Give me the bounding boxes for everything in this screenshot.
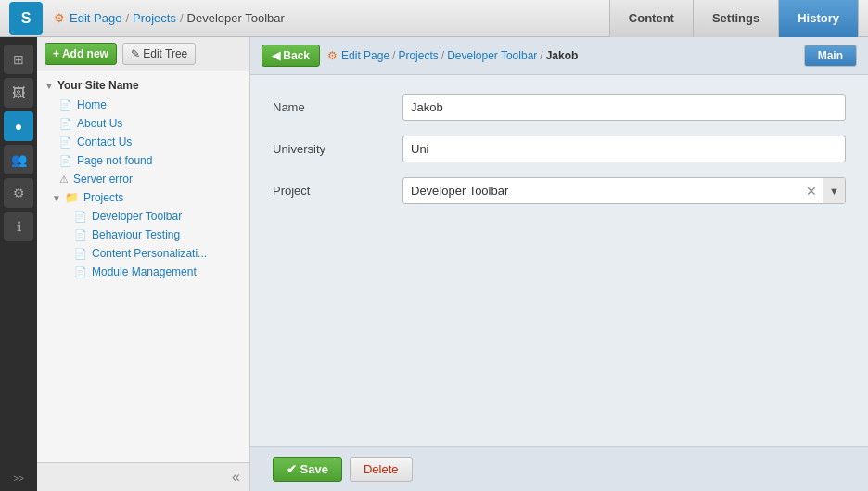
icon-bar-btn-image[interactable]: 🖼 bbox=[4, 78, 33, 108]
site-name: Your Site Name bbox=[57, 79, 139, 92]
icon-bar-btn-circle[interactable]: ● bbox=[4, 111, 33, 141]
icon-bar-expand[interactable]: >> bbox=[4, 469, 33, 487]
university-input[interactable] bbox=[402, 136, 846, 162]
tree-root: ▼ Your Site Name bbox=[37, 75, 249, 96]
folder-label: Projects bbox=[83, 191, 123, 204]
tab-group: Content Settings History bbox=[609, 0, 859, 37]
tree-item-content-pers[interactable]: 📄 Content Personalizati... bbox=[37, 244, 249, 263]
tree-item-about[interactable]: 📄 About Us bbox=[37, 114, 249, 133]
tree-panel: + Add new ✎ Edit Tree ▼ Your Site Name 📄… bbox=[37, 37, 250, 491]
content-header-left: ◀ Back ⚙ Edit Page / Projects / Develope… bbox=[262, 45, 578, 67]
gear-icon: ⚙ bbox=[327, 49, 338, 62]
main-tab-button[interactable]: Main bbox=[804, 45, 857, 67]
icon-bar-btn-gear[interactable]: ⚙ bbox=[4, 178, 33, 208]
root-toggle[interactable]: ▼ bbox=[45, 81, 54, 91]
name-label: Name bbox=[273, 100, 402, 114]
project-dropdown-arrow[interactable]: ▼ bbox=[823, 178, 845, 203]
tree-item-label: Server error bbox=[73, 173, 133, 186]
icon-bar-btn-grid[interactable]: ⊞ bbox=[4, 45, 33, 74]
content-area: ◀ Back ⚙ Edit Page / Projects / Develope… bbox=[250, 37, 868, 491]
form-area: Name University Project Developer Toolba… bbox=[250, 75, 868, 446]
tree-content: ▼ Your Site Name 📄 Home 📄 About Us 📄 Con… bbox=[37, 71, 249, 462]
tree-item-label: Content Personalizati... bbox=[92, 247, 207, 260]
form-row-project: Project Developer Toolbar ✕ ▼ bbox=[273, 177, 846, 204]
tree-item-contact[interactable]: 📄 Contact Us bbox=[37, 133, 249, 151]
project-select-value: Developer Toolbar bbox=[403, 178, 800, 203]
project-label: Project bbox=[273, 184, 402, 198]
breadcrumb-developer-toolbar: Developer Toolbar bbox=[187, 11, 285, 25]
tree-item-server-error[interactable]: ⚠ Server error bbox=[37, 170, 249, 188]
tree-bottom: « bbox=[37, 462, 249, 491]
add-new-button[interactable]: + Add new bbox=[45, 43, 117, 65]
tree-item-label: Home bbox=[77, 98, 107, 111]
breadcrumb-sep-1: / bbox=[125, 11, 129, 25]
tree-folder-projects[interactable]: ▼ 📁 Projects bbox=[37, 188, 249, 207]
crumb-current: Jakob bbox=[546, 49, 579, 62]
project-clear-button[interactable]: ✕ bbox=[800, 184, 823, 199]
breadcrumb-sep-2: / bbox=[180, 11, 184, 25]
crumb-projects[interactable]: Projects bbox=[398, 49, 438, 62]
crumb-edit-page[interactable]: Edit Page bbox=[341, 49, 389, 62]
tree-item-label: Page not found bbox=[77, 154, 152, 167]
tab-settings[interactable]: Settings bbox=[693, 0, 778, 37]
tree-item-label: Module Management bbox=[92, 265, 197, 278]
save-button[interactable]: ✔ Save bbox=[273, 457, 342, 482]
tree-item-label: Behaviour Testing bbox=[92, 228, 180, 241]
breadcrumb-edit-page[interactable]: Edit Page bbox=[70, 11, 121, 25]
page-icon: 📄 bbox=[74, 248, 87, 260]
folder-toggle[interactable]: ▼ bbox=[52, 193, 61, 203]
icon-bar: ⊞ 🖼 ● 👥 ⚙ ℹ >> bbox=[0, 37, 37, 491]
collapse-button[interactable]: « bbox=[226, 467, 246, 487]
tree-item-label: About Us bbox=[77, 117, 122, 130]
university-label: University bbox=[273, 142, 402, 156]
tree-item-module-mgmt[interactable]: 📄 Module Management bbox=[37, 263, 249, 281]
page-icon: 📄 bbox=[59, 118, 72, 130]
form-row-university: University bbox=[273, 136, 846, 162]
form-footer: ✔ Save Delete bbox=[250, 446, 868, 491]
main-layout: ⊞ 🖼 ● 👥 ⚙ ℹ >> + Add new ✎ Edit Tree ▼ Y… bbox=[0, 37, 868, 491]
gear-icon: ⚙ bbox=[54, 11, 65, 25]
page-icon: 📄 bbox=[59, 99, 72, 111]
form-row-name: Name bbox=[273, 94, 846, 121]
page-icon-server: ⚠ bbox=[59, 174, 69, 186]
tab-content[interactable]: Content bbox=[609, 0, 693, 37]
top-breadcrumb: ⚙ Edit Page / Projects / Developer Toolb… bbox=[54, 11, 609, 25]
tree-item-home[interactable]: 📄 Home bbox=[37, 96, 249, 114]
icon-bar-btn-info[interactable]: ℹ bbox=[4, 212, 33, 241]
delete-button[interactable]: Delete bbox=[350, 457, 413, 482]
tab-history[interactable]: History bbox=[778, 0, 859, 37]
page-icon: 📄 bbox=[74, 266, 87, 278]
tree-item-dev-toolbar[interactable]: 📄 Developer Toolbar bbox=[37, 207, 249, 226]
tree-toolbar: + Add new ✎ Edit Tree bbox=[37, 37, 249, 71]
crumb-dev-toolbar[interactable]: Developer Toolbar bbox=[447, 49, 537, 62]
folder-icon: 📁 bbox=[65, 191, 79, 204]
page-icon: 📄 bbox=[74, 229, 87, 241]
content-header: ◀ Back ⚙ Edit Page / Projects / Develope… bbox=[250, 37, 868, 75]
tree-item-behaviour[interactable]: 📄 Behaviour Testing bbox=[37, 226, 249, 244]
tree-item-404[interactable]: 📄 Page not found bbox=[37, 151, 249, 170]
icon-bar-btn-users[interactable]: 👥 bbox=[4, 145, 33, 174]
project-select[interactable]: Developer Toolbar ✕ ▼ bbox=[402, 177, 846, 204]
content-breadcrumb: ⚙ Edit Page / Projects / Developer Toolb… bbox=[327, 49, 578, 62]
edit-tree-button[interactable]: ✎ Edit Tree bbox=[122, 43, 196, 65]
name-input[interactable] bbox=[402, 94, 846, 121]
back-button[interactable]: ◀ Back bbox=[262, 45, 320, 67]
page-icon: 📄 bbox=[59, 136, 72, 149]
top-bar: S ⚙ Edit Page / Projects / Developer Too… bbox=[0, 0, 868, 37]
logo: S bbox=[9, 2, 43, 35]
page-icon: 📄 bbox=[59, 155, 72, 167]
breadcrumb-projects[interactable]: Projects bbox=[133, 11, 176, 25]
tree-item-label: Contact Us bbox=[77, 136, 132, 149]
tree-item-label: Developer Toolbar bbox=[92, 210, 182, 223]
page-icon: 📄 bbox=[74, 211, 87, 223]
